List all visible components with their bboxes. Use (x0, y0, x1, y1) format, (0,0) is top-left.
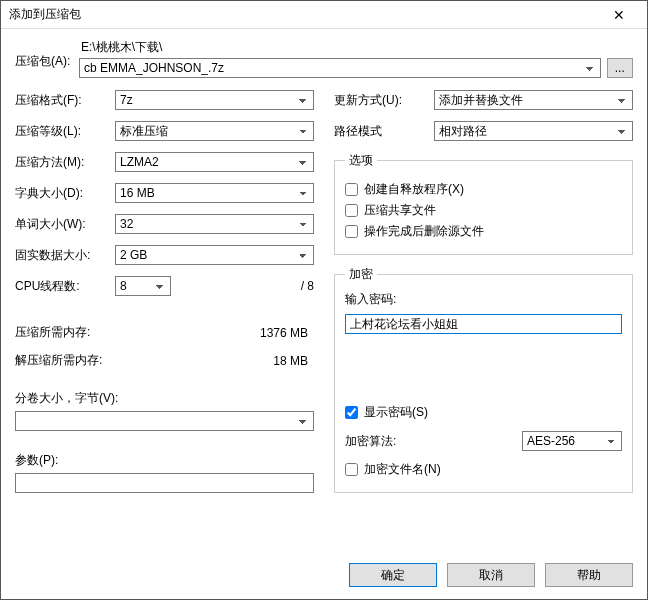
archive-paths: E:\桃桃木\下载\ cb EMMA_JOHNSON_.7z ... (79, 39, 633, 78)
level-label: 压缩等级(L): (15, 123, 109, 140)
memdecomp-label: 解压缩所需内存: (15, 352, 109, 369)
options-legend: 选项 (345, 152, 377, 169)
delete-check-row[interactable]: 操作完成后删除源文件 (345, 223, 622, 240)
update-select[interactable]: 添加并替换文件 (434, 90, 633, 110)
archive-path: E:\桃桃木\下载\ (79, 39, 633, 58)
left-col: 压缩格式(F):7z 压缩等级(L):标准压缩 压缩方法(M):LZMA2 字典… (15, 90, 314, 493)
sfx-check-row[interactable]: 创建自释放程序(X) (345, 181, 622, 198)
window-title: 添加到压缩包 (9, 6, 599, 23)
close-icon[interactable]: ✕ (599, 7, 639, 23)
cancel-button[interactable]: 取消 (447, 563, 535, 587)
memcomp-value: 1376 MB (115, 326, 314, 340)
method-label: 压缩方法(M): (15, 154, 109, 171)
algo-select[interactable]: AES-256 (522, 431, 622, 451)
encrypt-fieldset: 加密 输入密码: 显示密码(S) 加密算法: AES-256 加密文件名(N) (334, 266, 633, 493)
method-select[interactable]: LZMA2 (115, 152, 314, 172)
split-select[interactable] (15, 411, 314, 431)
algo-label: 加密算法: (345, 433, 396, 450)
ok-button[interactable]: 确定 (349, 563, 437, 587)
level-select[interactable]: 标准压缩 (115, 121, 314, 141)
showpwd-checkbox[interactable] (345, 406, 358, 419)
word-select[interactable]: 32 (115, 214, 314, 234)
right-col: 更新方式(U):添加并替换文件 路径模式相对路径 选项 创建自释放程序(X) 压… (334, 90, 633, 493)
memcomp-label: 压缩所需内存: (15, 324, 109, 341)
options-fieldset: 选项 创建自释放程序(X) 压缩共享文件 操作完成后删除源文件 (334, 152, 633, 255)
pathmode-label: 路径模式 (334, 123, 428, 140)
titlebar: 添加到压缩包 ✕ (1, 1, 647, 29)
sfx-checkbox[interactable] (345, 183, 358, 196)
button-bar: 确定 取消 帮助 (1, 553, 647, 599)
cpu-select[interactable]: 8 (115, 276, 171, 296)
solid-label: 固实数据大小: (15, 247, 109, 264)
dict-label: 字典大小(D): (15, 185, 109, 202)
encrypt-legend: 加密 (345, 266, 377, 283)
encnames-check-row[interactable]: 加密文件名(N) (345, 461, 622, 478)
dict-select[interactable]: 16 MB (115, 183, 314, 203)
delete-checkbox[interactable] (345, 225, 358, 238)
shared-checkbox[interactable] (345, 204, 358, 217)
word-label: 单词大小(W): (15, 216, 109, 233)
params-input[interactable] (15, 473, 314, 493)
split-label: 分卷大小，字节(V): (15, 390, 314, 407)
format-select[interactable]: 7z (115, 90, 314, 110)
memdecomp-value: 18 MB (115, 354, 314, 368)
showpwd-check-row[interactable]: 显示密码(S) (345, 404, 622, 421)
encnames-checkbox[interactable] (345, 463, 358, 476)
archive-row: 压缩包(A): E:\桃桃木\下载\ cb EMMA_JOHNSON_.7z .… (15, 39, 633, 78)
password-input[interactable] (345, 314, 622, 334)
content: 压缩包(A): E:\桃桃木\下载\ cb EMMA_JOHNSON_.7z .… (1, 29, 647, 553)
cpu-max: / 8 (301, 279, 314, 293)
params-label: 参数(P): (15, 452, 314, 469)
help-button[interactable]: 帮助 (545, 563, 633, 587)
pwd-label: 输入密码: (345, 291, 622, 308)
pathmode-select[interactable]: 相对路径 (434, 121, 633, 141)
archive-label: 压缩包(A): (15, 39, 71, 70)
update-label: 更新方式(U): (334, 92, 428, 109)
cpu-label: CPU线程数: (15, 278, 109, 295)
browse-button[interactable]: ... (607, 58, 633, 78)
solid-select[interactable]: 2 GB (115, 245, 314, 265)
shared-check-row[interactable]: 压缩共享文件 (345, 202, 622, 219)
format-label: 压缩格式(F): (15, 92, 109, 109)
archive-filename-select[interactable]: cb EMMA_JOHNSON_.7z (79, 58, 601, 78)
two-col: 压缩格式(F):7z 压缩等级(L):标准压缩 压缩方法(M):LZMA2 字典… (15, 90, 633, 493)
